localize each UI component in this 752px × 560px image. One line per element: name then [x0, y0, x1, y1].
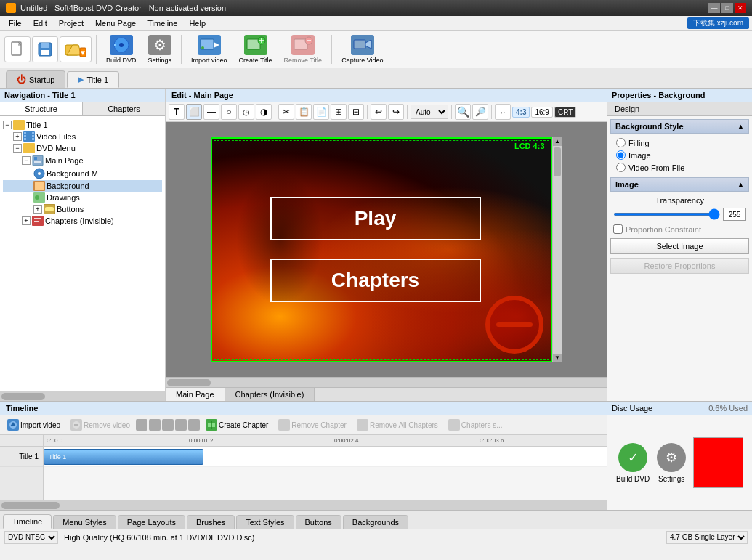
chapters-button-element[interactable]: Chapters: [270, 259, 481, 302]
transparency-slider[interactable]: [613, 213, 720, 216]
tree-item-chapters[interactable]: + Chapters (Invisible): [3, 215, 162, 227]
tool-cut[interactable]: ✂: [278, 104, 294, 120]
page-tab-main[interactable]: Main Page: [166, 388, 225, 401]
tl-import-video[interactable]: Import video: [3, 417, 65, 433]
tree-item-mainpage[interactable]: − Main Page: [3, 154, 162, 167]
expand-dvdmenu[interactable]: −: [13, 144, 22, 153]
nav-scrollbar-thumb[interactable]: [1, 393, 45, 400]
fit-width[interactable]: ↔: [495, 104, 511, 120]
tl-create-chapter[interactable]: Create Chapter: [201, 417, 272, 433]
tool-copy[interactable]: 📋: [296, 104, 312, 120]
aspect-43[interactable]: 4:3: [512, 107, 530, 118]
menu-file[interactable]: File: [3, 17, 28, 29]
play-button-element[interactable]: Play: [270, 197, 481, 240]
tool-ungroup[interactable]: ⊟: [348, 104, 364, 120]
tool-undo[interactable]: ↩: [371, 104, 387, 120]
select-image-button[interactable]: Select Image: [610, 238, 749, 254]
nav-scrollbar[interactable]: [0, 391, 165, 401]
import-video-button[interactable]: Import video: [186, 32, 233, 67]
tool-arc[interactable]: ◷: [238, 104, 254, 120]
nav-tab-structure[interactable]: Structure: [0, 102, 83, 115]
canvas-scrollbar-v[interactable]: ▲ ▼: [552, 137, 562, 362]
canvas-scrollbar-h[interactable]: [166, 377, 607, 387]
new-button[interactable]: [4, 36, 31, 62]
crt-mode[interactable]: CRT: [554, 107, 576, 118]
remove-title-button[interactable]: Remove Title: [279, 32, 328, 67]
tool-ellipse[interactable]: ○: [221, 104, 237, 120]
scroll-up[interactable]: ▲: [553, 137, 562, 146]
bottom-tab-pagelayouts[interactable]: Page Layouts: [118, 515, 185, 529]
radio-video[interactable]: Video From File: [616, 163, 743, 172]
bg-style-collapse[interactable]: ▲: [737, 123, 744, 130]
create-title-button[interactable]: Create Title: [234, 32, 278, 67]
aspect-169[interactable]: 16:9: [531, 107, 552, 118]
timeline-clip[interactable]: Title 1: [44, 449, 203, 465]
tool-text[interactable]: T: [169, 104, 185, 120]
expand-chapters[interactable]: +: [22, 216, 31, 225]
tool-line[interactable]: —: [203, 104, 219, 120]
tree-item-drawings[interactable]: Drawings: [3, 192, 162, 203]
expand-videofiles[interactable]: +: [13, 132, 22, 141]
bottom-tab-buttons[interactable]: Buttons: [296, 515, 341, 529]
timeline-scrollbar-h[interactable]: [0, 500, 607, 510]
open-button[interactable]: ▼: [60, 36, 92, 62]
tl-remove-chapter[interactable]: Remove Chapter: [274, 417, 351, 433]
expand-title1[interactable]: −: [3, 121, 12, 129]
tab-startup[interactable]: ⏻ Startup: [6, 70, 65, 88]
tree-item-background[interactable]: Background: [3, 180, 162, 192]
tree-item-videofiles[interactable]: + Video Files: [3, 131, 162, 142]
format-select[interactable]: DVD NTSC DVD PAL: [4, 531, 58, 544]
disc-size-select[interactable]: 4.7 GB Single Layer 8.5 GB Dual Layer: [666, 531, 748, 544]
restore-proportions-button[interactable]: Restore Proportions: [610, 258, 749, 274]
timeline-scrollbar-thumb[interactable]: [1, 502, 60, 509]
menu-edit[interactable]: Edit: [28, 17, 53, 29]
bottom-tab-backgrounds[interactable]: Backgrounds: [343, 515, 408, 529]
maximize-button[interactable]: □: [721, 3, 733, 13]
image-collapse[interactable]: ▲: [737, 181, 744, 188]
zoom-in[interactable]: 🔍: [455, 104, 471, 120]
tree-item-buttons[interactable]: + Buttons: [3, 203, 162, 215]
settings-disc-btn[interactable]: ⚙ Settings: [657, 443, 686, 483]
expand-buttons[interactable]: +: [33, 205, 42, 214]
menu-project[interactable]: Project: [53, 17, 89, 29]
zoom-out[interactable]: 🔎: [472, 104, 488, 120]
zoom-select[interactable]: Auto25%50%75%100%: [411, 105, 448, 119]
tl-remove-all-chapters[interactable]: Remove All Chapters: [352, 417, 442, 433]
settings-button[interactable]: ⚙ Settings: [143, 32, 177, 67]
proportion-checkbox[interactable]: [613, 224, 623, 234]
tool-group[interactable]: ⊞: [331, 104, 347, 120]
minimize-button[interactable]: —: [708, 3, 720, 13]
tree-item-dvdmenu[interactable]: − DVD Menu: [3, 142, 162, 154]
close-button[interactable]: ✕: [735, 3, 746, 13]
radio-image[interactable]: Image: [616, 150, 743, 160]
menu-help[interactable]: Help: [183, 17, 211, 29]
tl-remove-video[interactable]: Remove video: [66, 417, 134, 433]
capture-video-button[interactable]: Capture Video: [336, 32, 388, 67]
bottom-tab-timeline[interactable]: Timeline: [3, 514, 52, 529]
props-design-tab[interactable]: Design: [607, 102, 752, 116]
save-button[interactable]: [32, 36, 58, 62]
expand-mainpage[interactable]: −: [22, 156, 31, 165]
transparency-value[interactable]: 255: [723, 208, 746, 221]
build-dvd-disc-btn[interactable]: ✓ Build DVD: [616, 443, 650, 483]
scroll-down[interactable]: ▼: [553, 354, 562, 362]
tool-select[interactable]: ⬜: [186, 104, 202, 120]
tool-paste[interactable]: 📄: [313, 104, 329, 120]
tree-item-bgm[interactable]: Background M: [3, 167, 162, 180]
tab-title1[interactable]: ▶ Title 1: [67, 71, 119, 88]
build-dvd-button[interactable]: Build DVD: [101, 32, 142, 67]
tool-redo[interactable]: ↪: [388, 104, 404, 120]
scrollbar-v-thumb[interactable]: [554, 147, 561, 176]
tl-chapters-s[interactable]: Chapters s...: [444, 417, 507, 433]
radio-filling[interactable]: Filling: [616, 138, 743, 147]
scrollbar-h-thumb[interactable]: [167, 379, 211, 386]
tree-item-title1[interactable]: − Title 1: [3, 119, 162, 131]
menu-timeline[interactable]: Timeline: [142, 17, 183, 29]
nav-tab-chapters[interactable]: Chapters: [83, 102, 165, 115]
tool-pie[interactable]: ◑: [256, 104, 272, 120]
bottom-tab-textstyles[interactable]: Text Styles: [236, 515, 294, 529]
page-tab-chapters[interactable]: Chapters (Invisible): [225, 388, 315, 401]
menu-menupage[interactable]: Menu Page: [89, 17, 142, 29]
bottom-tab-brushes[interactable]: Brushes: [187, 515, 235, 529]
bottom-tab-menustyles[interactable]: Menu Styles: [53, 515, 116, 529]
